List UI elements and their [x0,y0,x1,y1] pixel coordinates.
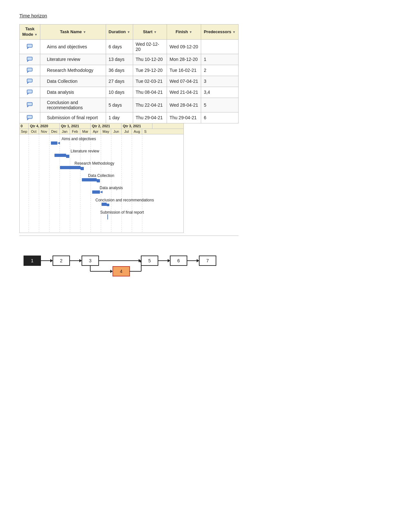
svg-rect-1 [27,57,32,60]
duration-cell: 5 days [106,98,133,112]
task-mode-icon [26,114,34,120]
duration-cell: 1 day [106,112,133,123]
svg-text:4: 4 [120,269,122,274]
svg-text:1: 1 [31,258,34,263]
gantt-chart-container: 0 Qtr 4, 2020 Qtr 1, 2021 Qtr 2, 2021 Qt… [19,123,184,233]
duration-cell: 6 days [106,39,133,54]
gantt-q1: Qtr 1, 2021 [60,123,91,129]
table-row: Research Methodology36 daysTue 29-12-20T… [20,65,239,76]
svg-marker-42 [50,259,53,262]
task-name-cell: Data analysis [40,87,106,98]
svg-rect-29 [82,178,97,181]
month-apr: Apr [91,129,101,134]
svg-rect-0 [27,44,32,47]
svg-text:6: 6 [177,258,180,263]
svg-rect-27 [81,167,84,170]
svg-rect-24 [66,155,69,158]
svg-text:Research Methodology: Research Methodology [74,161,114,166]
table-row: Data analysis10 daysThu 08-04-21Wed 21-0… [20,87,239,98]
task-name-cell: Literature review [40,54,106,65]
task-mode-icon [26,102,34,107]
predecessors-cell: 6 [201,112,239,123]
svg-text:7: 7 [206,258,209,263]
task-name-cell: Submission of final report [40,112,106,123]
duration-cell: 36 days [106,65,133,76]
predecessors-cell: 2 [201,65,239,76]
gantt-q0: 0 [20,123,29,129]
gantt-svg: Aims and objectives Literature review Re… [20,134,184,233]
finish-cell: Wed 09-12-20 [167,39,201,54]
start-cell: Tue 02-03-21 [133,76,167,87]
start-cell: Thu 08-04-21 [133,87,167,98]
finish-cell: Mon 28-12-20 [167,54,201,65]
start-cell: Thu 10-12-20 [133,54,167,65]
gantt-q2: Qtr 2, 2021 [91,123,122,129]
svg-marker-66 [197,259,199,262]
task-mode-cell [20,54,40,65]
svg-text:Conclusion and recommendations: Conclusion and recommendations [95,198,154,202]
duration-cell: 13 days [106,54,133,65]
predecessors-cell: 1 [201,54,239,65]
svg-rect-2 [27,68,32,71]
svg-rect-30 [97,179,100,182]
col-header-task-name: Task Name ▼ [40,24,106,40]
month-jun: Jun [111,129,122,134]
gantt-q3-extra [152,123,183,129]
finish-cell: Thu 29-04-21 [167,112,201,123]
month-aug: Aug [132,129,142,134]
task-mode-icon [26,78,34,84]
month-s: S [142,129,149,134]
month-may: May [101,129,111,134]
svg-text:Aims and objectives: Aims and objectives [62,137,96,141]
svg-rect-23 [54,154,66,157]
svg-marker-53 [110,270,113,273]
task-mode-icon [26,67,34,73]
predecessors-cell [201,39,239,54]
svg-marker-62 [168,259,170,262]
svg-rect-5 [27,102,32,106]
month-sep: Sep [20,129,29,134]
svg-marker-46 [79,259,82,262]
task-mode-cell [20,87,40,98]
finish-cell: Tue 16-02-21 [167,65,201,76]
gantt-table: TaskMode ▼ Task Name ▼ Duration ▼ Start … [19,24,239,123]
col-header-finish: Finish ▼ [167,24,201,40]
finish-cell: Wed 21-04-21 [167,87,201,98]
start-cell: Thu 29-04-21 [133,112,167,123]
svg-text:2: 2 [60,258,63,263]
table-row: Submission of final report1 dayThu 29-04… [20,112,239,123]
network-svg: 1 2 3 4 5 6 [19,239,239,287]
col-header-predecessors: Predecessors ▼ [201,24,239,40]
start-cell: Thu 22-04-21 [133,98,167,112]
network-diagram: 1 2 3 4 5 6 [19,239,239,287]
svg-rect-26 [60,166,81,169]
task-mode-cell [20,76,40,87]
separator [19,236,239,236]
svg-marker-21 [57,142,60,144]
duration-cell: 27 days [106,76,133,87]
col-header-start: Start ▼ [133,24,167,40]
task-mode-cell [20,39,40,54]
gantt-body: Aims and objectives Literature review Re… [20,134,183,233]
predecessors-cell: 3 [201,76,239,87]
table-row: Aims and objectives6 daysWed 02-12-20Wed… [20,39,239,54]
month-jan: Jan [60,129,70,134]
svg-text:3: 3 [89,258,92,263]
task-name-cell: Research Methodology [40,65,106,76]
task-name-cell: Data Collection [40,76,106,87]
month-jul: Jul [122,129,132,134]
svg-text:5: 5 [148,258,151,263]
table-header-row: TaskMode ▼ Task Name ▼ Duration ▼ Start … [20,24,239,40]
predecessors-cell: 5 [201,98,239,112]
svg-text:Literature review: Literature review [71,149,99,153]
svg-text:Submission of final report: Submission of final report [100,210,144,215]
col-header-duration: Duration ▼ [106,24,133,40]
gantt-quarter-row: 0 Qtr 4, 2020 Qtr 1, 2021 Qtr 2, 2021 Qt… [20,123,183,129]
duration-cell: 10 days [106,87,133,98]
start-cell: Wed 02-12-20 [133,39,167,54]
finish-cell: Wed 28-04-21 [167,98,201,112]
svg-text:Data Collection: Data Collection [88,173,114,178]
svg-rect-6 [27,115,32,119]
month-feb: Feb [70,129,80,134]
svg-rect-36 [107,204,109,206]
